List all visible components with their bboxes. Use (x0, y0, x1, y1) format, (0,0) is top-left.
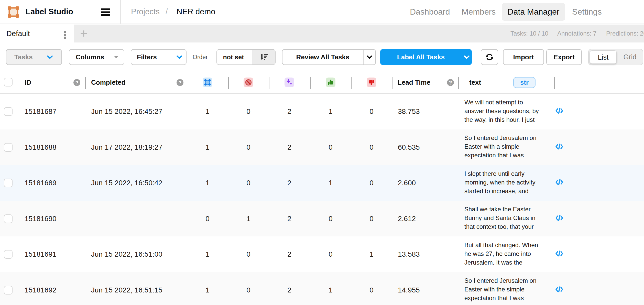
svg-text:?: ? (178, 80, 181, 85)
svg-text:?: ? (449, 80, 452, 85)
svg-text:?: ? (75, 80, 78, 85)
